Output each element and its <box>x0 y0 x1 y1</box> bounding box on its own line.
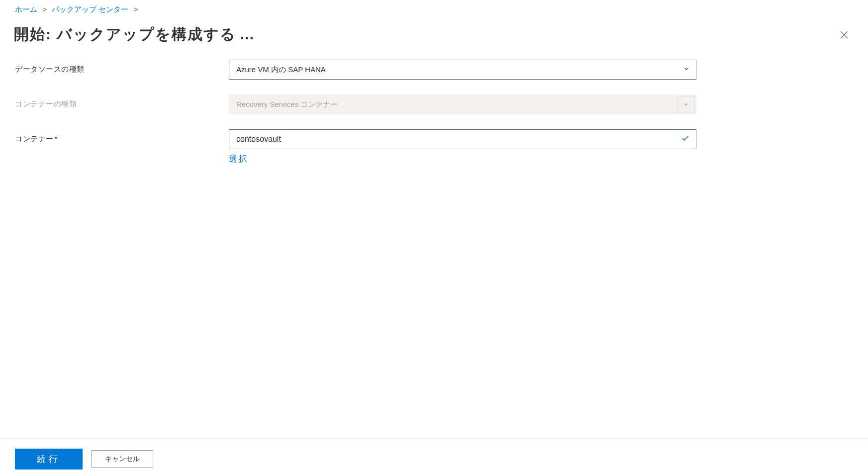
checkmark-icon <box>681 134 690 145</box>
datasource-type-control: Azure VM 内の SAP HANA <box>229 60 696 80</box>
title-ellipsis: … <box>239 26 255 42</box>
form-row-datasource-type: データソースの種類 Azure VM 内の SAP HANA <box>15 60 853 80</box>
required-indicator: * <box>55 134 58 143</box>
form-area: データソースの種類 Azure VM 内の SAP HANA コンテナーの種類 … <box>0 60 868 165</box>
container-type-control: Recovery Services コンテナー <box>229 94 696 114</box>
cancel-button[interactable]: キャンセル <box>92 450 153 468</box>
container-type-select: Recovery Services コンテナー <box>229 94 696 114</box>
container-select-link[interactable]: 選択 <box>229 153 696 165</box>
page-title-text: 開始: バックアップを構成する <box>14 26 236 42</box>
container-value: contosovault <box>236 135 281 144</box>
container-input[interactable]: contosovault <box>229 129 696 149</box>
close-button[interactable] <box>835 26 853 44</box>
continue-button[interactable]: 続行 <box>15 449 83 470</box>
breadcrumb-home[interactable]: ホーム <box>15 5 37 13</box>
breadcrumb-separator: > <box>42 5 47 13</box>
chevron-down-icon <box>683 66 690 74</box>
form-row-container-type: コンテナーの種類 Recovery Services コンテナー <box>15 94 853 114</box>
container-type-label: コンテナーの種類 <box>15 94 229 109</box>
breadcrumb-backup-center[interactable]: バックアップ センター <box>52 5 128 13</box>
container-control: contosovault 選択 <box>229 129 696 165</box>
datasource-type-label: データソースの種類 <box>15 60 229 74</box>
container-label-text: コンテナー <box>15 134 54 143</box>
breadcrumb: ホーム > バックアップ センター > <box>0 0 868 14</box>
form-row-container: コンテナー* contosovault 選択 <box>15 129 853 165</box>
datasource-type-select[interactable]: Azure VM 内の SAP HANA <box>229 60 696 80</box>
footer: 続行 キャンセル <box>0 438 868 471</box>
page-title: 開始: バックアップを構成する… <box>14 24 255 45</box>
chevron-down-icon <box>677 96 695 113</box>
page-header: 開始: バックアップを構成する… <box>0 14 868 60</box>
container-label: コンテナー* <box>15 129 229 144</box>
close-icon <box>839 30 849 40</box>
container-type-value: Recovery Services コンテナー <box>236 100 338 109</box>
breadcrumb-separator: > <box>133 5 138 13</box>
datasource-type-value: Azure VM 内の SAP HANA <box>236 65 326 75</box>
